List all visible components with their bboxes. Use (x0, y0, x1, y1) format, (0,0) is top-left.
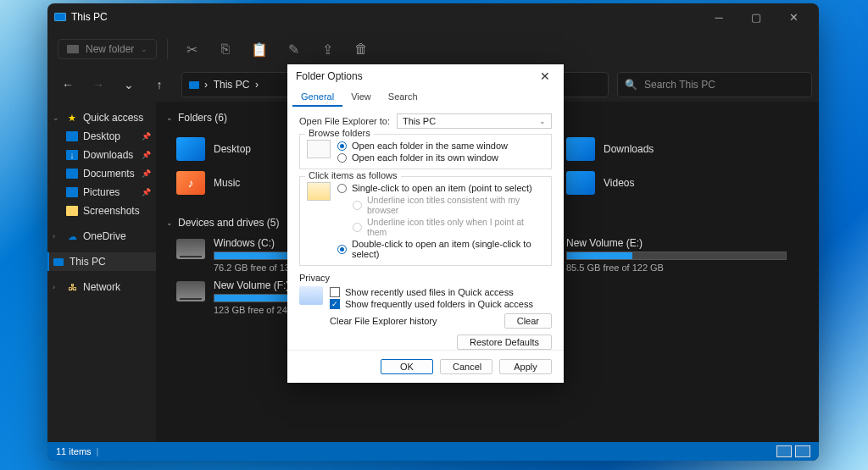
radio-underline-point: Underline icon titles only when I point … (337, 216, 544, 238)
details-view-button[interactable] (776, 445, 792, 457)
status-bar: 11 items | (47, 442, 819, 461)
dialog-tabs: General View Search (287, 88, 564, 107)
radio-double-click[interactable]: Double-click to open an item (single-cli… (337, 238, 544, 260)
privacy-icon (299, 286, 323, 305)
item-count: 11 items (56, 446, 92, 456)
sidebar-onedrive[interactable]: ›☁OneDrive (47, 227, 156, 246)
titlebar: This PC ─ ▢ ✕ (47, 3, 819, 30)
close-button[interactable]: ✕ (775, 3, 812, 30)
rename-button[interactable]: ✎ (280, 36, 307, 63)
click-items-group: Click items as follows Single-click to o… (299, 176, 552, 266)
paste-button[interactable]: 📋 (246, 36, 273, 63)
privacy-legend: Privacy (299, 273, 552, 283)
radio-underline-browser: Underline icon titles consistent with my… (337, 194, 544, 216)
radio-single-click[interactable]: Single-click to open an item (point to s… (337, 182, 544, 194)
drive-icon (176, 239, 205, 259)
new-folder-button[interactable]: New folder ⌄ (58, 39, 157, 59)
browse-folders-group: Browse folders Open each folder in the s… (299, 134, 552, 169)
browse-icon (307, 140, 331, 158)
sidebar-item-screenshots[interactable]: Screenshots (47, 202, 156, 220)
tiles-view-button[interactable] (795, 445, 810, 457)
maximize-button[interactable]: ▢ (737, 3, 775, 30)
restore-defaults-button[interactable]: Restore Defaults (457, 335, 552, 350)
cut-button[interactable]: ✂ (178, 36, 205, 63)
search-box[interactable]: 🔍 Search This PC (617, 72, 812, 97)
folder-downloads[interactable]: Downloads (566, 132, 787, 166)
window-title: This PC (71, 11, 108, 23)
sidebar-quick-access[interactable]: ⌄★Quick access (47, 108, 156, 127)
recent-button[interactable]: ⌄ (115, 71, 142, 98)
pc-icon (189, 81, 199, 89)
radio-own-window[interactable]: Open each folder in its own window (337, 152, 544, 163)
radio-same-window[interactable]: Open each folder in the same window (337, 140, 544, 152)
search-icon: 🔍 (625, 79, 637, 91)
delete-button[interactable]: 🗑 (348, 36, 375, 63)
pc-icon (54, 13, 66, 21)
sidebar-item-desktop[interactable]: Desktop📌 (47, 127, 156, 146)
cancel-button[interactable]: Cancel (440, 359, 492, 374)
minimize-button[interactable]: ─ (700, 3, 737, 30)
clear-button[interactable]: Clear (504, 313, 552, 329)
sidebar-network[interactable]: ›🖧Network (47, 278, 156, 296)
dialog-titlebar: Folder Options ✕ (287, 64, 564, 88)
sidebar-item-documents[interactable]: Documents📌 (47, 164, 156, 183)
drive-icon (176, 281, 205, 301)
dialog-title: Folder Options (296, 70, 363, 82)
clear-history-label: Clear File Explorer history (330, 316, 437, 326)
sidebar-item-pictures[interactable]: Pictures📌 (47, 183, 156, 202)
tab-view[interactable]: View (342, 88, 380, 107)
click-icon (307, 182, 331, 201)
apply-button[interactable]: Apply (499, 359, 552, 374)
folder-videos[interactable]: Videos (566, 166, 787, 200)
share-button[interactable]: ⇪ (314, 36, 341, 63)
back-button[interactable]: ← (54, 71, 81, 98)
drive-e[interactable]: New Volume (E:) 85.5 GB free of 122 GB (566, 237, 787, 273)
open-to-select[interactable]: This PC⌄ (397, 113, 552, 129)
dialog-close-button[interactable]: ✕ (535, 68, 555, 85)
tab-general[interactable]: General (292, 88, 342, 107)
tab-search[interactable]: Search (380, 88, 426, 107)
new-folder-icon (67, 45, 79, 53)
ok-button[interactable]: OK (381, 359, 433, 374)
sidebar-this-pc[interactable]: This PC (47, 252, 156, 271)
forward-button[interactable]: → (85, 71, 112, 98)
folder-options-dialog: Folder Options ✕ General View Search Ope… (287, 64, 564, 383)
command-bar: New folder ⌄ ✂ ⎘ 📋 ✎ ⇪ 🗑 (47, 30, 819, 68)
up-button[interactable]: ↑ (146, 71, 173, 98)
copy-button[interactable]: ⎘ (212, 36, 239, 63)
navigation-pane: ⌄★Quick access Desktop📌 ↓Downloads📌 Docu… (47, 102, 156, 442)
sidebar-item-downloads[interactable]: ↓Downloads📌 (47, 146, 156, 164)
open-to-label: Open File Explorer to: (299, 116, 390, 126)
checkbox-frequent-folders[interactable]: ✓Show frequently used folders in Quick a… (330, 298, 552, 310)
checkbox-recent-files[interactable]: Show recently used files in Quick access (330, 286, 552, 298)
